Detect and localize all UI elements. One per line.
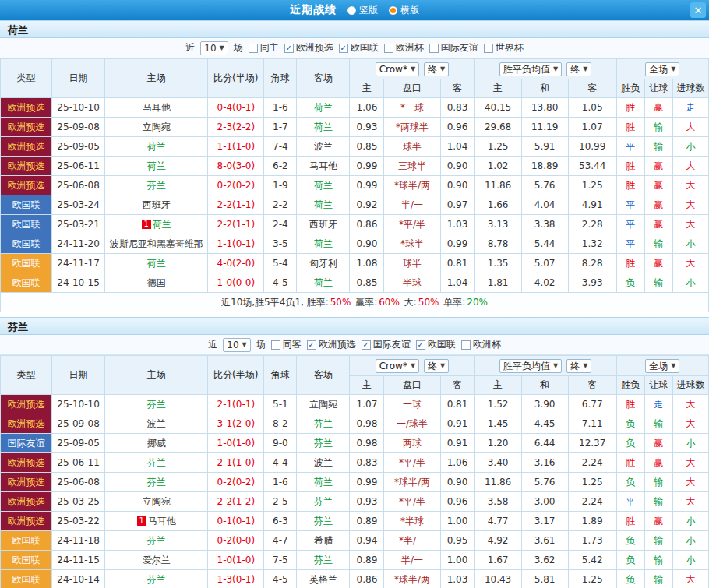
avg-draw-cell: 11.19 xyxy=(521,118,568,137)
odds-home-cell: 0.93 xyxy=(350,492,384,512)
summary-segment: 单率: xyxy=(440,297,465,308)
score-cell: 2-2(1-1) xyxy=(208,215,264,234)
filter-checkbox-欧洲杯[interactable]: 欧洲杯 xyxy=(384,41,424,55)
score-cell: 1-1(0-1) xyxy=(208,234,264,254)
red-card-badge: 1 xyxy=(142,220,151,229)
avg-time-select[interactable]: 终▼ xyxy=(566,359,591,373)
match-row: 欧国联24-11-18芬兰0-2(0-0)4-7希腊0.94*半/一0.954.… xyxy=(1,531,709,551)
layout-radio-横版[interactable]: 横版 xyxy=(389,4,419,17)
column-subheader: 盘口 xyxy=(384,79,440,98)
close-button[interactable]: ✕ xyxy=(690,2,706,18)
home-team-cell: 芬兰 xyxy=(105,570,208,588)
avg-away-cell: 1.89 xyxy=(568,512,616,531)
goals-result-cell: 大 xyxy=(672,395,708,414)
handicap-result-cell: 输 xyxy=(644,492,672,512)
odds-home-cell: 0.90 xyxy=(350,234,384,254)
period-select[interactable]: 全场▼ xyxy=(645,359,679,373)
filter-checkbox-欧国联[interactable]: ✓欧国联 xyxy=(339,41,379,55)
filter-checkbox-欧国联[interactable]: ✓欧国联 xyxy=(416,338,456,351)
home-team-cell: 德国 xyxy=(105,273,208,293)
avg-draw-cell: 3.38 xyxy=(521,215,568,234)
avg-away-cell: 1.07 xyxy=(568,118,616,137)
avg-home-cell: 29.68 xyxy=(474,118,521,137)
select-value: 终 xyxy=(570,64,580,75)
filter-checkbox-同客[interactable]: 同客 xyxy=(271,338,302,351)
filter-checkbox-欧洲预选[interactable]: ✓欧洲预选 xyxy=(307,338,356,351)
column-subheader: 胜负 xyxy=(616,376,644,395)
away-team-cell: 芬兰 xyxy=(297,512,350,531)
avg-draw-cell: 4.02 xyxy=(521,273,568,293)
summary-segment: 60% xyxy=(379,297,400,308)
odds-away-cell: 0.96 xyxy=(440,492,474,512)
goals-result-cell: 大 xyxy=(672,157,708,176)
odds-home-cell: 0.93 xyxy=(350,118,384,137)
column-subheader: 客 xyxy=(568,376,616,395)
chevron-down-icon: ▼ xyxy=(553,361,558,371)
avg-draw-cell: 5.07 xyxy=(521,254,568,273)
date-cell: 24-11-20 xyxy=(52,234,105,254)
competition-cell: 欧国联 xyxy=(1,234,52,254)
filter-checkbox-欧洲杯[interactable]: 欧洲杯 xyxy=(461,338,501,351)
match-row: 欧国联24-11-20波斯尼亚和黑塞哥维那1-1(0-1)3-5荷兰0.90*球… xyxy=(1,234,709,254)
filter-checkbox-国际友谊[interactable]: 国际友谊 xyxy=(429,41,478,55)
odds-away-cell: 0.97 xyxy=(440,195,474,215)
away-team-cell: 荷兰 xyxy=(297,234,350,254)
odds-away-cell: 1.00 xyxy=(440,512,474,531)
handicap-result-cell: 输 xyxy=(644,570,672,588)
score-cell: 1-0(1-0) xyxy=(208,434,264,453)
filter-checkbox-同主[interactable]: 同主 xyxy=(249,41,279,55)
avg-time-select[interactable]: 终▼ xyxy=(566,62,591,76)
result-cell: 胜 xyxy=(616,395,644,414)
goals-result-cell: 大 xyxy=(672,118,708,137)
handicap-cell: *球半/两 xyxy=(384,473,440,492)
date-cell: 25-09-05 xyxy=(52,137,105,157)
summary-segment: 赢率: xyxy=(352,297,377,308)
competition-cell: 欧国联 xyxy=(1,273,52,293)
avg-away-cell: 1.32 xyxy=(568,234,616,254)
odds-home-cell: 1.06 xyxy=(350,98,384,118)
avg-type-select[interactable]: 胜平负均值▼ xyxy=(499,62,562,76)
filter-bar: 近10▼场同主✓欧洲预选✓欧国联欧洲杯国际友谊世界杯 xyxy=(0,38,709,58)
handicap-result-cell: 输 xyxy=(644,273,672,293)
column-header: 类型 xyxy=(1,356,52,395)
corner-cell: 1-6 xyxy=(264,98,297,118)
filter-checkbox-国际友谊[interactable]: ✓国际友谊 xyxy=(362,338,411,351)
competition-cell: 欧洲预选 xyxy=(1,137,52,157)
date-cell: 25-03-25 xyxy=(52,492,105,512)
match-count-select[interactable]: 10▼ xyxy=(200,41,228,55)
near-label: 近 xyxy=(185,41,195,55)
away-team-cell: 荷兰 xyxy=(297,98,350,118)
match-count-select[interactable]: 10▼ xyxy=(223,338,250,352)
filter-checkbox-世界杯[interactable]: 世界杯 xyxy=(484,41,524,55)
home-team-cell: 芬兰 xyxy=(105,473,208,492)
competition-cell: 欧洲预选 xyxy=(1,98,52,118)
competition-cell: 欧国联 xyxy=(1,215,52,234)
odds-time-select[interactable]: 终▼ xyxy=(424,359,449,373)
away-team-cell: 荷兰 xyxy=(297,118,350,137)
score-cell: 2-1(1-0) xyxy=(208,453,264,473)
date-cell: 25-09-08 xyxy=(52,414,105,434)
bookmaker-select[interactable]: Crow*▼ xyxy=(376,359,419,373)
goals-result-cell: 小 xyxy=(672,531,708,551)
avg-draw-cell: 5.81 xyxy=(521,570,568,588)
odds-away-cell: 0.90 xyxy=(440,473,474,492)
odds-away-cell: 0.95 xyxy=(440,531,474,551)
match-row: 欧国联24-11-15爱尔兰1-0(1-0)7-5芬兰0.89半/一1.001.… xyxy=(1,551,709,570)
checkbox-label: 欧国联 xyxy=(428,338,456,351)
odds-time-select[interactable]: 终▼ xyxy=(424,62,449,76)
column-header: 角球 xyxy=(264,356,297,395)
checkbox-label: 同主 xyxy=(260,41,279,55)
avg-type-select[interactable]: 胜平负均值▼ xyxy=(499,359,562,373)
period-select[interactable]: 全场▼ xyxy=(645,62,679,76)
avg-draw-cell: 5.76 xyxy=(521,473,568,492)
bookmaker-select[interactable]: Crow*▼ xyxy=(376,62,419,76)
match-row: 欧洲预选25-10-10马耳他0-4(0-1)1-6荷兰1.06*三球0.834… xyxy=(1,98,709,118)
layout-radio-竖版[interactable]: 竖版 xyxy=(347,4,378,17)
avg-draw-cell: 3.16 xyxy=(521,453,568,473)
result-cell: 胜 xyxy=(616,157,644,176)
handicap-cell: 球半 xyxy=(384,254,440,273)
chevron-down-icon: ▼ xyxy=(242,340,247,350)
filter-checkbox-欧洲预选[interactable]: ✓欧洲预选 xyxy=(284,41,333,55)
avg-draw-cell: 3.62 xyxy=(521,551,568,570)
avg-home-cell: 1.20 xyxy=(474,434,521,453)
